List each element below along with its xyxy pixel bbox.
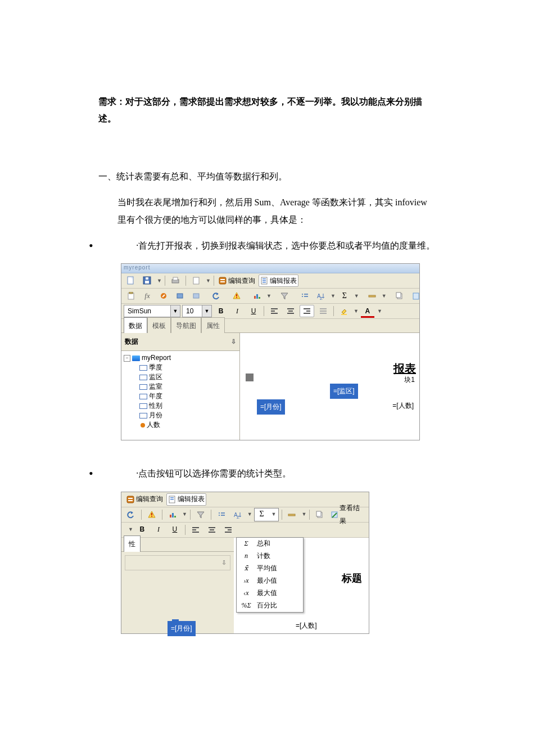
undo-icon[interactable] [209, 290, 224, 302]
tree-item[interactable]: 人数 [139, 420, 237, 430]
copy-icon[interactable] [392, 290, 407, 302]
pin-icon[interactable]: ⇩ [221, 557, 227, 569]
list-icon[interactable] [214, 508, 229, 521]
filter-icon[interactable] [277, 290, 292, 302]
menu-item-min[interactable]: ›x最小值 [237, 575, 303, 587]
table-selector-icon[interactable] [246, 374, 254, 381]
sigma-dropdown-icon[interactable]: ▼ [354, 291, 359, 301]
data-tree[interactable]: −myReport 季度 监区 监室 年度 性别 月份 人数 [121, 351, 239, 440]
filter-icon[interactable] [193, 508, 208, 521]
svg-text:Z: Z [237, 515, 239, 519]
tool-a-icon[interactable] [156, 290, 171, 302]
chart-icon[interactable] [165, 508, 180, 521]
align-center-icon[interactable] [205, 524, 219, 536]
field-yuefen[interactable]: =[月份] [168, 621, 196, 636]
italic-button[interactable]: I [151, 524, 166, 536]
save-dropdown-icon[interactable]: ▼ [157, 276, 162, 286]
fill-color-dropdown-icon[interactable]: ▼ [354, 307, 359, 316]
print-icon[interactable] [168, 274, 183, 287]
sort-icon[interactable]: AZ [314, 290, 328, 302]
tab-data[interactable]: 数据 [124, 317, 147, 334]
copy-icon[interactable] [313, 508, 327, 521]
align-right-icon[interactable] [300, 305, 314, 317]
bold-button[interactable]: B [135, 524, 150, 536]
fill-color-icon[interactable] [337, 305, 351, 317]
warning-icon[interactable] [144, 508, 159, 521]
svg-rect-59 [172, 513, 174, 518]
align-center-icon[interactable] [283, 305, 298, 317]
tab-left[interactable]: 性 [124, 536, 141, 552]
svg-rect-15 [129, 292, 133, 294]
sigma-icon[interactable]: Σ [337, 290, 352, 302]
expand-icon[interactable]: − [124, 355, 130, 362]
new-doc-icon[interactable] [124, 274, 138, 287]
sort-icon[interactable]: AZ [230, 508, 245, 521]
field-renshu[interactable]: =[人数] [296, 619, 317, 632]
svg-rect-38 [288, 310, 293, 312]
undo-icon[interactable] [124, 508, 138, 521]
tab-nav[interactable]: 导航图 [171, 317, 201, 334]
align-tool-dropdown-icon[interactable]: ▼ [301, 510, 306, 519]
menu-item-avg[interactable]: x̄平均值 [237, 562, 303, 575]
sigma-split-button[interactable]: Σ ▼ [254, 508, 279, 521]
tab-template[interactable]: 模板 [147, 317, 171, 334]
italic-button[interactable]: I [230, 305, 245, 317]
pin-icon[interactable]: ⇩ [231, 336, 236, 348]
sort-dropdown-icon[interactable]: ▼ [331, 291, 336, 301]
field-renshu[interactable]: =[人数] [392, 399, 414, 412]
menu-item-count[interactable]: n计数 [237, 550, 303, 562]
tool-c-icon[interactable] [189, 290, 203, 302]
font-size-combo[interactable]: 10▼ [182, 305, 212, 317]
chevron-down-icon[interactable]: ▼ [128, 525, 133, 534]
report-canvas[interactable]: 报表 块1 =[监区] =[月份] =[人数] [240, 333, 419, 440]
align-tool-icon[interactable] [284, 508, 299, 521]
align-tool-dropdown-icon[interactable]: ▼ [382, 291, 387, 301]
svg-rect-72 [192, 529, 196, 530]
align-left-icon[interactable] [188, 524, 203, 536]
edit-query-button[interactable]: 编辑查询 [125, 493, 165, 506]
menu-item-sum[interactable]: Σ总和 [237, 538, 303, 550]
edit-report-button[interactable]: 编辑报表 [259, 274, 298, 287]
paste-icon[interactable] [409, 290, 423, 302]
edit-query-button[interactable]: 编辑查询 [217, 274, 257, 287]
chart-dropdown-icon[interactable]: ▼ [182, 510, 187, 519]
report-canvas-2[interactable]: Σ总和 n计数 x̄平均值 ›x最小值 ‹x最大值 %Σ百分比 标题 =[人数] [234, 538, 369, 633]
font-color-dropdown-icon[interactable]: ▼ [377, 307, 382, 316]
sigma-dropdown-icon[interactable]: ▼ [270, 510, 278, 519]
menu-item-pct[interactable]: %Σ百分比 [237, 600, 303, 612]
field-yuefen[interactable]: =[月份] [257, 399, 285, 415]
chart-dropdown-icon[interactable]: ▼ [266, 291, 271, 301]
toolbar-top: 编辑查询 编辑报表 [121, 492, 369, 507]
edit-report-button[interactable]: 编辑报表 [166, 493, 206, 506]
align-right-icon[interactable] [221, 524, 236, 536]
align-tool-icon[interactable] [365, 290, 379, 302]
svg-rect-76 [209, 532, 215, 533]
svg-rect-36 [271, 313, 278, 314]
chart-icon[interactable] [250, 290, 264, 302]
svg-rect-18 [193, 294, 199, 298]
align-justify-icon[interactable] [316, 305, 331, 317]
field-jianqu[interactable]: =[监区] [330, 384, 358, 399]
fx-icon[interactable]: fx [140, 290, 155, 302]
tool-b-icon[interactable] [173, 290, 187, 302]
page-icon[interactable] [189, 274, 203, 287]
svg-rect-37 [287, 308, 294, 309]
warning-icon[interactable] [229, 290, 244, 302]
font-toolbar-2: ▼ B I U [121, 523, 369, 538]
underline-button[interactable]: U [168, 524, 182, 536]
page-dropdown-icon[interactable]: ▼ [206, 276, 211, 286]
clipboard-icon[interactable] [124, 290, 138, 302]
font-name-combo[interactable]: SimSun▼ [124, 305, 180, 317]
view-result-button[interactable]: 查看结果 [329, 508, 366, 521]
sort-dropdown-icon[interactable]: ▼ [247, 510, 252, 519]
list-icon[interactable] [297, 290, 312, 302]
underline-button[interactable]: U [246, 305, 261, 317]
align-left-icon[interactable] [267, 305, 282, 317]
save-icon[interactable] [140, 274, 155, 287]
bold-button[interactable]: B [214, 305, 228, 317]
sigma-icon[interactable]: Σ [255, 508, 269, 521]
menu-item-max[interactable]: ‹x最大值 [237, 587, 303, 600]
report-title-label: 标题 [342, 569, 362, 588]
tab-props[interactable]: 属性 [201, 317, 225, 334]
font-color-icon[interactable]: A [360, 305, 375, 317]
